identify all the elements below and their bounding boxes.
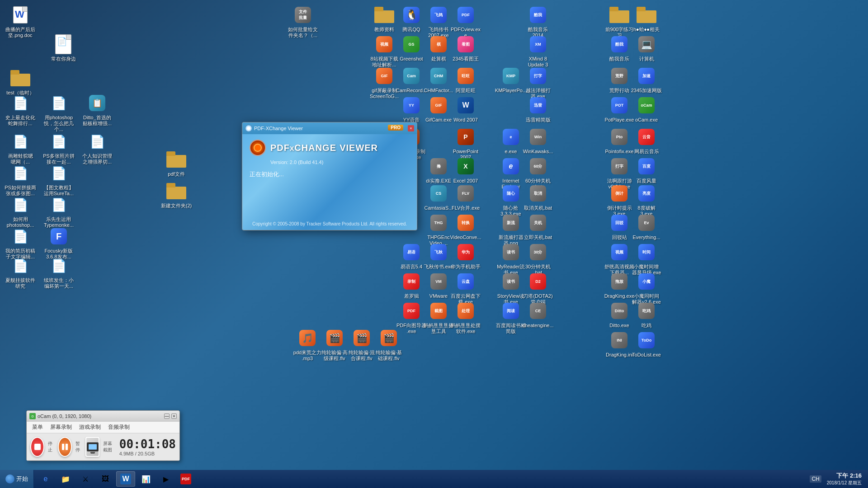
ocam-icon: o (29, 413, 36, 419)
pro-badge: PRO (388, 125, 403, 131)
icon-word2007[interactable]: W Word 2007 (448, 93, 484, 125)
start-label: 开始 (16, 475, 28, 483)
taskbar-media-icon: ▶ (160, 474, 171, 484)
icon-personal-mgmt[interactable]: 📄 个人知识管理之增强界切... (79, 129, 115, 167)
dialog-version: Version: 2.0 (Build 41.4) (270, 160, 410, 165)
ocam-menu-audio[interactable]: 音频录制 (104, 422, 133, 432)
taskbar-app-word[interactable]: W (116, 471, 135, 487)
taskbar-gallery-icon: 🖼 (100, 474, 111, 484)
ocam-pause-label: 暂停 (75, 441, 82, 453)
icon-history1[interactable]: 📄 史上最走化化蛇舞排行... (2, 90, 38, 128)
taskbar-app-dota[interactable]: ⚔ (76, 471, 94, 487)
icon-shutdown-now[interactable]: 关机 立即关机.bat (520, 210, 556, 242)
icon-photoshop1[interactable]: 📄 用photoshop悦，怎么把几个... (41, 90, 77, 135)
dialog-title-text: PDF-XChange Viewer (254, 126, 303, 131)
taskbar-right: CH 下午 2:16 2018/1/12 星期五 (806, 472, 868, 486)
icon-ant2[interactable]: 处理 蚂蚂垦垦处摆软件.exe (448, 298, 484, 336)
taskbar-dota-icon: ⚔ (80, 474, 91, 484)
ocam-menu-screen[interactable]: 屏幕录制 (47, 422, 75, 432)
pause-bar-2 (66, 444, 68, 450)
taskbar-app-present[interactable]: 📊 (137, 471, 155, 487)
taskbar-present-icon: 📊 (141, 474, 151, 484)
ocam-titlebar: o oCam (0, 0, 1920, 1080) — × (27, 411, 179, 422)
icon-pdf-folder[interactable]: pdf文件 (158, 147, 194, 179)
ocam-capture-label: 屏幕截图 (103, 441, 115, 453)
taskbar-apps: e 📁 ⚔ 🖼 W 📊 ▶ PDF (34, 470, 198, 488)
dialog-eye-icon (245, 125, 252, 132)
icon-everything[interactable]: Ev Everything... (628, 210, 665, 242)
ocam-stop-label: 停止 (48, 441, 54, 453)
icon-videoconv[interactable]: 转换 VideoConve... (448, 210, 484, 242)
icon-netease-music[interactable]: 云音 网易云音乐 (628, 124, 665, 156)
taskbar-app-media[interactable]: ▶ (157, 471, 175, 487)
ocam-menu-game[interactable]: 游戏录制 (75, 422, 104, 432)
clock-area[interactable]: 下午 2:16 2018/1/12 星期五 (824, 472, 864, 486)
dialog-initializing-text: 正在初始化... (250, 170, 410, 178)
dialog-product-info: PDFXCHANGE VIEWER (270, 142, 410, 154)
icon-ditto1[interactable]: 📋 Ditto_首选的贴板框增强... (79, 90, 115, 128)
taskbar: 开始 e 📁 ⚔ 🖼 W 📊 ▶ (0, 470, 868, 488)
start-orb-icon (5, 474, 14, 483)
icon-xunlei[interactable]: 迅雷 迅雷精简版 (520, 93, 556, 125)
taskbar-app-ie[interactable]: e (37, 471, 55, 487)
stop-icon (34, 444, 41, 450)
icon-2345speed[interactable]: 加速 2345加速网版 (628, 63, 665, 95)
dialog-copyright: Copyright © 2005-2008 by Tracker Softwar… (242, 221, 417, 226)
clock-time: 下午 2:16 (827, 472, 862, 480)
icon-new-folder[interactable]: 新建文件夹(2) (158, 178, 194, 211)
dialog-logo-icon (250, 140, 266, 156)
ocam-title-text: oCam (0, 0, 1920, 1080) (38, 413, 91, 419)
icon-batch-rename[interactable]: 文件批量 如何批量给文件夹名？（... (285, 2, 321, 40)
icon-ocam[interactable]: oCam oCam.exe (628, 93, 665, 125)
icon-changzai[interactable]: 📄 常在你身边 (45, 32, 81, 64)
dialog-titlebar: PDF-XChange Viewer PRO × (242, 122, 417, 134)
clock-date: 2018/1/12 星期五 (827, 480, 862, 486)
taskbar-folder-icon: 📁 (60, 474, 71, 484)
ocam-capture-button[interactable] (85, 437, 99, 457)
taskbar-word-icon: W (120, 474, 131, 484)
icon-h-folder[interactable]: h●蛤♦●相关 (628, 2, 665, 34)
dialog-body: PDFXCHANGE VIEWER Version: 2.0 (Build 41… (242, 134, 417, 188)
icon-aliwang[interactable]: 旺旺 阿里旺旺 (448, 63, 484, 95)
icon-software-research[interactable]: 📄 夏舰挂拔软件研究 (2, 253, 38, 291)
ocam-stop-button[interactable] (30, 437, 44, 457)
ocam-pause-button[interactable] (58, 437, 72, 457)
icon-huawei[interactable]: 华为 华为手机助手 (448, 239, 484, 272)
ocam-title-left: o oCam (0, 0, 1920, 1080) (29, 413, 91, 419)
ocam-close-button[interactable]: × (171, 413, 177, 419)
pdfxchange-dialog: PDF-XChange Viewer PRO × PDFXCHANGE VIEW… (242, 122, 417, 230)
icon-xiabian[interactable]: 📄 续班发生：小编坏第一天... (41, 253, 77, 291)
icon-computer[interactable]: 💻 计算机 (628, 32, 665, 64)
ocam-menu-main[interactable]: 菜单 (28, 422, 47, 432)
sys-tray: CH (810, 475, 821, 483)
ocam-timer: 00:01:08 (119, 437, 176, 451)
dialog-logo-area: PDFXCHANGE VIEWER (250, 140, 410, 156)
icon-2345pic[interactable]: 看图 2345看图王 (448, 32, 484, 64)
ocam-pause-label-area: 暂停 (75, 441, 82, 453)
icon-document-1[interactable]: W 曲播的产后后坚.png.doc (2, 2, 38, 40)
taskbar-pdf-icon: PDF (180, 474, 191, 484)
ocam-window-controls: — × (163, 413, 177, 419)
taskbar-ie-icon: e (40, 474, 51, 484)
ocam-stop-label-area: 停止 (48, 441, 54, 453)
dialog-product-name: PDFXCHANGE VIEWER (270, 142, 410, 154)
ocam-minimize-button[interactable]: — (164, 413, 170, 419)
ocam-size: 4.9MB / 20.5GB (119, 451, 176, 456)
ocam-content: 停止 暂停 屏幕截图 00:01:08 4.9MB / 20.5GB (27, 433, 179, 460)
start-button[interactable]: 开始 (0, 470, 34, 488)
ocam-menubar: 菜单 屏幕录制 游戏录制 音频录制 (27, 422, 179, 433)
dialog-title-left: PDF-XChange Viewer (245, 125, 303, 132)
icon-cheatengine[interactable]: CE cheatengine... (520, 298, 556, 330)
screen-display (89, 444, 97, 450)
icon-flv-merge[interactable]: FLV FLV合并.exe (448, 181, 484, 213)
icon-cancel-shutdown[interactable]: 取消 取消关机.bat (520, 181, 556, 213)
taskbar-app-folder[interactable]: 📁 (57, 471, 75, 487)
lang-indicator: CH (810, 475, 821, 483)
icon-winkawaks[interactable]: Win WinKawaks... (520, 124, 556, 156)
taskbar-app-pdf[interactable]: PDF (177, 471, 195, 487)
dialog-close-button[interactable]: × (408, 125, 414, 131)
icon-eat-chicken[interactable]: 吃鸡 吃鸡 (628, 298, 665, 330)
pause-bar-1 (62, 444, 64, 450)
taskbar-app-gallery[interactable]: 🖼 (96, 471, 114, 487)
icon-todolist[interactable]: ToDo ToDoList.exe (628, 328, 665, 360)
